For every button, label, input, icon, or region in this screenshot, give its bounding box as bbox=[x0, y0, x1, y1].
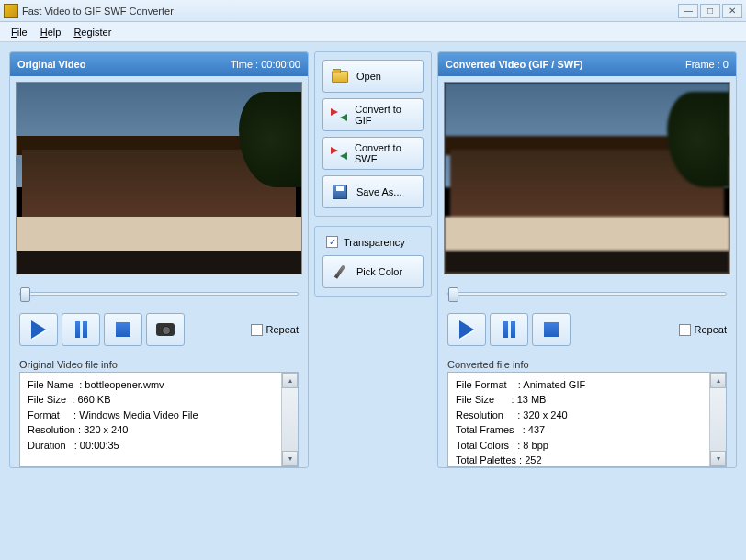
original-repeat-label: Repeat bbox=[266, 324, 299, 335]
pause-icon bbox=[503, 321, 515, 338]
convert-gif-label: Convert to GIF bbox=[355, 104, 415, 126]
open-label: Open bbox=[356, 71, 381, 82]
converted-video-preview bbox=[444, 82, 730, 274]
window-title: Fast Video to GIF SWF Converter bbox=[22, 6, 678, 17]
close-button[interactable]: ✕ bbox=[722, 4, 742, 18]
maximize-button[interactable]: □ bbox=[700, 4, 720, 18]
menu-register[interactable]: Register bbox=[68, 25, 117, 39]
converted-info-label: Converted file info bbox=[447, 359, 727, 370]
convert-icon bbox=[331, 108, 347, 121]
convert-swf-label: Convert to SWF bbox=[355, 142, 415, 164]
original-video-preview bbox=[16, 82, 302, 274]
transparency-checkbox[interactable] bbox=[326, 236, 338, 248]
original-title: Original Video bbox=[17, 59, 85, 70]
original-stop-button[interactable] bbox=[104, 313, 142, 346]
scroll-down-button[interactable]: ▾ bbox=[282, 451, 298, 466]
pick-color-label: Pick Color bbox=[356, 266, 402, 277]
original-info-box[interactable]: File Name : bottleopener.wmv File Size :… bbox=[19, 372, 299, 467]
converted-frame: Frame : 0 bbox=[685, 59, 729, 70]
converted-title: Converted Video (GIF / SWF) bbox=[446, 59, 583, 70]
menubar: File Help Register bbox=[0, 22, 746, 42]
convert-gif-button[interactable]: Convert to GIF bbox=[322, 98, 424, 131]
folder-icon bbox=[332, 71, 348, 83]
original-info-label: Original Video file info bbox=[19, 359, 299, 370]
color-picker-icon bbox=[334, 264, 345, 278]
play-icon bbox=[459, 320, 474, 339]
original-play-button[interactable] bbox=[19, 313, 58, 346]
converted-stop-button[interactable] bbox=[532, 313, 571, 346]
app-icon bbox=[4, 4, 18, 18]
save-as-button[interactable]: Save As... bbox=[322, 175, 424, 208]
converted-header: Converted Video (GIF / SWF) Frame : 0 bbox=[438, 52, 736, 76]
menu-help[interactable]: Help bbox=[35, 25, 67, 39]
original-header: Original Video Time : 00:00:00 bbox=[10, 52, 308, 76]
stop-icon bbox=[116, 322, 130, 337]
converted-play-button[interactable] bbox=[447, 313, 486, 346]
pause-icon bbox=[75, 321, 87, 338]
converted-repeat-checkbox[interactable] bbox=[679, 324, 691, 336]
original-time: Time : 00:00:00 bbox=[231, 59, 300, 70]
stop-icon bbox=[544, 322, 559, 337]
converted-seek-thumb[interactable] bbox=[448, 287, 458, 302]
transparency-label: Transparency bbox=[344, 237, 405, 248]
scroll-up-button[interactable]: ▴ bbox=[282, 373, 298, 388]
original-seek-slider[interactable] bbox=[19, 292, 299, 296]
save-as-label: Save As... bbox=[356, 186, 402, 197]
save-icon bbox=[333, 185, 347, 199]
convert-icon bbox=[331, 147, 347, 160]
titlebar[interactable]: Fast Video to GIF SWF Converter — □ ✕ bbox=[0, 0, 746, 22]
converted-repeat-label: Repeat bbox=[695, 324, 727, 335]
original-repeat-checkbox[interactable] bbox=[251, 324, 263, 336]
actions-panel: Open Convert to GIF Convert to SWF Save … bbox=[314, 51, 432, 468]
converted-seek-slider[interactable] bbox=[447, 292, 727, 296]
scroll-down-button[interactable]: ▾ bbox=[710, 451, 726, 466]
original-video-panel: Original Video Time : 00:00:00 Repeat Or… bbox=[9, 51, 309, 468]
scroll-up-button[interactable]: ▴ bbox=[710, 373, 726, 388]
converted-pause-button[interactable] bbox=[490, 313, 528, 346]
camera-icon bbox=[156, 323, 175, 336]
converted-video-panel: Converted Video (GIF / SWF) Frame : 0 Re… bbox=[437, 51, 737, 468]
open-button[interactable]: Open bbox=[322, 60, 424, 93]
converted-info-box[interactable]: File Format : Animated GIF File Size : 1… bbox=[447, 372, 727, 467]
convert-swf-button[interactable]: Convert to SWF bbox=[322, 137, 424, 170]
minimize-button[interactable]: — bbox=[678, 4, 698, 18]
pick-color-button[interactable]: Pick Color bbox=[322, 255, 424, 288]
original-pause-button[interactable] bbox=[62, 313, 100, 346]
menu-file[interactable]: File bbox=[6, 25, 33, 39]
original-snapshot-button[interactable] bbox=[146, 313, 185, 346]
play-icon bbox=[31, 320, 46, 339]
original-seek-thumb[interactable] bbox=[20, 287, 30, 302]
